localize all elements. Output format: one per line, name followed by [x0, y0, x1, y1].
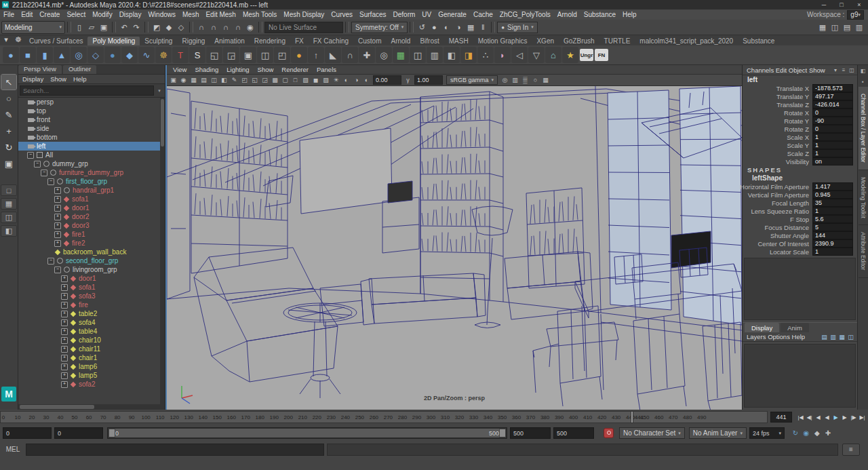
isolate-select-icon[interactable]: ○	[530, 75, 540, 85]
range-slider[interactable]: 0 500	[107, 427, 507, 439]
expander-icon[interactable]: +	[61, 337, 68, 344]
lighting-icon[interactable]: ☀	[331, 75, 341, 85]
image-plane-icon[interactable]: ◫	[209, 75, 219, 85]
scale-tool[interactable]: ▣	[1, 156, 16, 171]
outliner-item-furniture-dummy-grp[interactable]: −furniture_dummy_grp	[18, 168, 165, 177]
quad-draw-icon[interactable]: ▦	[393, 47, 409, 63]
channel-value[interactable]: 0.945	[812, 191, 853, 199]
channel-translate-z[interactable]: Translate Z-426.014	[743, 100, 857, 109]
workspace-docking-icon[interactable]: ▤	[841, 21, 853, 33]
separate-icon[interactable]: ◫	[257, 47, 273, 63]
outliner-item-door3[interactable]: +door3	[18, 221, 165, 230]
channel-value[interactable]: 1	[812, 207, 853, 215]
playback-end-field[interactable]: 500	[510, 427, 551, 439]
step-back-frame-button[interactable]: ◀|	[805, 412, 814, 423]
channel-shutter-angle[interactable]: Shutter Angle144	[743, 231, 857, 239]
shelf-tab-bifrost[interactable]: Bifrost	[415, 37, 443, 45]
outliner-item-dummy-grp[interactable]: −dummy_grp	[18, 159, 165, 168]
pin-channel-box-icon[interactable]: ▾	[831, 66, 840, 74]
paint-select-tool[interactable]: ✎	[1, 107, 16, 122]
poly-torus-icon[interactable]: ◎	[71, 47, 87, 63]
step-back-key-button[interactable]: ◀	[814, 412, 823, 423]
auto-key-button[interactable]	[604, 428, 614, 438]
undo-icon[interactable]: ↶	[118, 21, 130, 33]
outliner-item-all[interactable]: −All	[18, 151, 165, 159]
average-vertices-icon[interactable]: ∴	[477, 47, 494, 63]
channel-focal-length[interactable]: Focal Length35	[743, 199, 857, 207]
shelf-tab-fx[interactable]: FX	[290, 37, 309, 45]
channel-value[interactable]: 5.6	[812, 215, 853, 223]
menu-modify[interactable]: Modify	[89, 11, 115, 18]
platonic-solid-icon[interactable]: ◆	[121, 47, 138, 63]
current-frame-field[interactable]: 441	[770, 412, 792, 423]
menu-select[interactable]: Select	[63, 11, 89, 18]
live-surface-field[interactable]: No Live Surface	[264, 22, 343, 33]
channel-value[interactable]: 1	[812, 141, 853, 149]
menu-edit-mesh[interactable]: Edit Mesh	[202, 11, 239, 18]
channel-center-of-interest[interactable]: Center Of Interest2390.9	[743, 239, 857, 248]
wireframe-icon[interactable]: ▧	[300, 75, 311, 85]
reduce-icon[interactable]: ▽	[528, 47, 545, 63]
viewport-menu-shading[interactable]: Shading	[191, 66, 222, 73]
layer-editor-menu-options[interactable]: Options	[768, 333, 791, 340]
render-settings-icon[interactable]: ▦	[465, 21, 477, 33]
adv-type-icon[interactable]: S	[189, 47, 205, 63]
anim-layer-selector[interactable]: No Anim Layer ▾	[689, 427, 747, 439]
expander-icon[interactable]: +	[54, 187, 61, 194]
channel-locator-scale[interactable]: Locator Scale1	[743, 248, 857, 256]
panel-tab-persp-view[interactable]: Persp View	[18, 65, 62, 74]
ao-icon[interactable]: ◑	[351, 75, 361, 85]
channel-value[interactable]: 2390.9	[812, 239, 853, 248]
channel-rotate-y[interactable]: Rotate Y-90	[743, 117, 857, 125]
menu-help[interactable]: Help	[619, 11, 640, 18]
channel-value[interactable]: 0	[812, 125, 853, 133]
expander-icon[interactable]: +	[54, 214, 61, 220]
expander-icon[interactable]: +	[61, 355, 68, 361]
field-chart-icon[interactable]: ▩	[270, 75, 280, 85]
expander-icon[interactable]: +	[54, 240, 61, 247]
move-layer-icon[interactable]: ▤	[820, 333, 829, 340]
knife-icon[interactable]: ◁	[511, 47, 528, 63]
redo-icon[interactable]: ↷	[130, 21, 142, 33]
expander-icon[interactable]: +	[61, 302, 68, 309]
shelf-tab-turtle[interactable]: TURTLE	[599, 37, 635, 45]
viewport-menu-lighting[interactable]: Lighting	[223, 66, 252, 73]
toolbox-toggle-icon[interactable]: ▥	[853, 21, 865, 33]
outliner-item-persp[interactable]: persp	[18, 98, 165, 106]
render-frame-icon[interactable]: ◐	[440, 21, 452, 33]
safe-action-icon[interactable]: ▢	[280, 75, 290, 85]
play-backwards-button[interactable]: ◀	[823, 412, 831, 423]
pause-icon[interactable]: ‖	[477, 21, 489, 33]
channel-box-menu-edit[interactable]: Edit	[776, 66, 789, 74]
move-tool[interactable]: +	[1, 123, 16, 138]
current-time-marker[interactable]	[631, 412, 633, 423]
expander-icon[interactable]: +	[61, 284, 68, 291]
playback-loop-icon[interactable]: ↻	[790, 428, 801, 439]
bevel-icon[interactable]: ◣	[325, 47, 341, 63]
menu-mesh-tools[interactable]: Mesh Tools	[239, 11, 280, 18]
animation-start-field[interactable]: 0	[3, 427, 52, 439]
menu-display[interactable]: Display	[116, 11, 145, 18]
ungroup-shelf-button[interactable]: Ungr	[580, 49, 593, 61]
channel-value[interactable]: on	[812, 157, 853, 165]
lock-camera-icon[interactable]: ◉	[178, 75, 189, 85]
channel-settings-icon[interactable]: ≡	[840, 66, 848, 74]
shelf-tab-custom[interactable]: Custom	[353, 37, 386, 45]
outliner-item-sofa3[interactable]: +sofa3	[18, 292, 165, 300]
mirror-icon[interactable]: ◧	[443, 47, 460, 63]
expander-icon[interactable]: −	[47, 258, 54, 265]
channel-rotate-x[interactable]: Rotate X0	[743, 109, 857, 117]
menu-mesh-display[interactable]: Mesh Display	[280, 11, 328, 18]
shelf-tab-mash[interactable]: MASH	[444, 37, 473, 45]
menu-windows[interactable]: Windows	[144, 11, 179, 18]
exposure-field[interactable]: 0.00	[373, 75, 401, 85]
shelf-tab-malcolm341-script-pack-2020[interactable]: malcolm341_script_pack_2020	[635, 37, 738, 45]
viewport-menu-show[interactable]: Show	[254, 66, 277, 73]
offset-edge-loop-icon[interactable]: ▥	[427, 47, 443, 63]
menu-generate[interactable]: Generate	[435, 11, 470, 18]
menu-arnold[interactable]: Arnold	[554, 11, 580, 18]
outliner-item-fire2[interactable]: +fire2	[18, 239, 165, 248]
outliner-item-livingroom-grp[interactable]: −livingroom_grp	[18, 265, 165, 274]
menu-deform[interactable]: Deform	[390, 11, 419, 18]
expander-icon[interactable]: +	[61, 372, 68, 379]
